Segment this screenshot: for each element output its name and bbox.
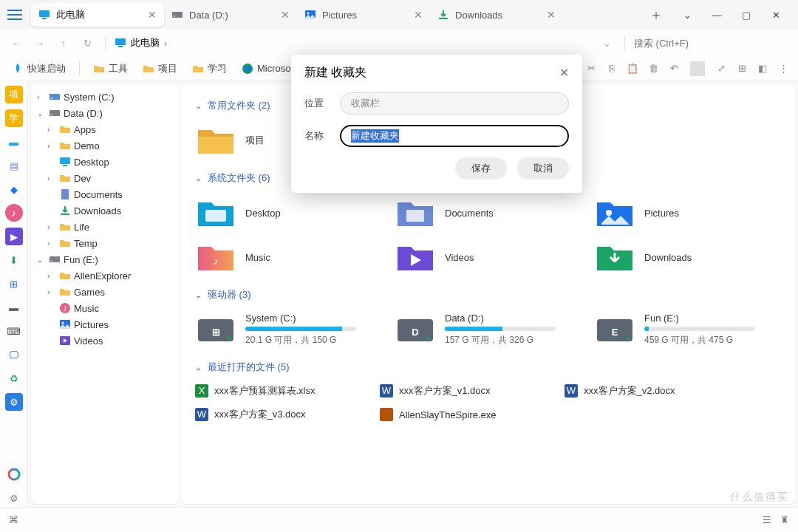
tab-1[interactable]: Data (D:)✕ <box>164 3 297 27</box>
recent-file[interactable]: Xxxx客户预算测算表.xlsx <box>195 384 358 398</box>
bookmark-快速启动[interactable]: 快速启动 <box>7 60 70 78</box>
bookmark-工具[interactable]: 工具 <box>89 60 132 78</box>
refresh-button[interactable]: ↻ <box>78 34 96 52</box>
copy-icon[interactable]: ⎘ <box>604 61 619 76</box>
tree-node[interactable]: ›Apps <box>34 121 176 137</box>
status-icon[interactable]: ⌘ <box>9 514 18 525</box>
expand-toggle[interactable]: › <box>47 223 56 231</box>
tree-node[interactable]: ›Dev <box>34 170 176 186</box>
chevron-down-icon[interactable]: ⌄ <box>677 4 698 25</box>
rail-pictures-icon[interactable]: ◆ <box>5 180 23 198</box>
panel-icon[interactable]: ◧ <box>755 61 770 76</box>
rail-music-icon[interactable]: ♪ <box>5 204 23 222</box>
up-button[interactable]: ↑ <box>55 34 72 52</box>
forward-button[interactable]: → <box>31 34 49 52</box>
name-input[interactable] <box>340 125 569 147</box>
rail-downloads-icon[interactable]: ⬇ <box>5 251 23 269</box>
address-bar[interactable]: 此电脑 › <box>115 36 592 50</box>
tab-close-icon[interactable]: ✕ <box>547 9 556 21</box>
dialog-close-button[interactable]: ✕ <box>559 66 569 80</box>
rail-bar-icon[interactable]: ▬ <box>5 299 23 316</box>
expand-toggle[interactable]: › <box>47 239 56 248</box>
close-button[interactable]: ✕ <box>765 4 786 25</box>
rail-desktop-icon[interactable]: ▬ <box>5 133 23 151</box>
minimize-button[interactable]: — <box>706 4 727 25</box>
folder-tree[interactable]: ›System (C:)⌄Data (D:)›Apps›DemoDesktop›… <box>31 84 179 504</box>
expand-toggle[interactable]: ⌄ <box>37 109 46 117</box>
recent-file[interactable]: AllenSlayTheSpire.exe <box>380 408 542 421</box>
tree-node[interactable]: ›Temp <box>34 235 176 251</box>
rail-study-icon[interactable]: 学 <box>5 109 23 127</box>
drive-tile[interactable]: DData (D:)157 G 可用，共 326 G <box>395 312 572 347</box>
recent-file[interactable]: Wxxx客户方案_v2.docx <box>565 384 727 398</box>
folder-tile[interactable]: ♪Music <box>195 239 372 275</box>
rail-videos-icon[interactable]: ▶ <box>5 228 23 245</box>
maximize-button[interactable]: ▢ <box>736 4 757 25</box>
expand-toggle[interactable]: ⌄ <box>37 256 46 264</box>
tab-0[interactable]: 此电脑✕ <box>31 3 164 27</box>
view-tree-icon[interactable]: ♜ <box>780 514 789 525</box>
recent-file[interactable]: Wxxx客户方案_v3.docx <box>195 408 358 421</box>
expand-icon[interactable]: ⤢ <box>714 61 729 76</box>
cut-icon[interactable]: ✂ <box>584 61 598 76</box>
save-button[interactable]: 保存 <box>455 157 507 180</box>
view-list-icon[interactable]: ☰ <box>763 514 771 525</box>
more-icon[interactable]: ⋮ <box>776 61 791 76</box>
delete-icon[interactable]: 🗑 <box>646 61 661 76</box>
tree-node[interactable]: ⌄Fun (E:) <box>34 251 176 267</box>
cancel-button[interactable]: 取消 <box>517 157 569 180</box>
expand-toggle[interactable]: › <box>47 174 56 183</box>
tab-3[interactable]: Downloads✕ <box>430 3 563 27</box>
folder-tile[interactable]: Desktop <box>195 195 372 231</box>
recent-file[interactable]: Wxxx客户方案_v1.docx <box>380 384 542 398</box>
drive-tile[interactable]: ⊞System (C:)20.1 G 可用，共 150 G <box>195 312 372 347</box>
paste-icon[interactable]: 📋 <box>625 61 640 76</box>
tab-close-icon[interactable]: ✕ <box>414 9 423 21</box>
rail-keyboard-icon[interactable]: ⌨ <box>5 322 23 340</box>
drive-tile[interactable]: EFun (E:)459 G 可用，共 475 G <box>594 312 771 347</box>
bookmark-项目[interactable]: 项目 <box>138 60 182 78</box>
tree-node[interactable]: ♪Music <box>34 300 176 316</box>
tab-close-icon[interactable]: ✕ <box>281 9 290 21</box>
tree-node[interactable]: ›Life <box>34 219 176 235</box>
rail-settings-icon[interactable]: ⚙ <box>5 489 23 507</box>
tab-2[interactable]: Pictures✕ <box>297 3 430 27</box>
tree-node[interactable]: Documents <box>34 186 176 202</box>
search-input[interactable] <box>634 38 782 49</box>
new-tab-button[interactable]: ＋ <box>644 3 668 27</box>
folder-tile[interactable]: Videos <box>395 239 572 275</box>
tree-node[interactable]: ›Games <box>34 284 176 300</box>
section-drives[interactable]: ⌄驱动器 (3) <box>195 288 782 301</box>
bookmark-学习[interactable]: 学习 <box>188 60 231 78</box>
location-input[interactable] <box>340 92 569 115</box>
apps-icon[interactable]: ⊞ <box>734 61 749 76</box>
expand-toggle[interactable]: › <box>37 93 46 101</box>
folder-tile[interactable]: Downloads <box>594 239 771 275</box>
expand-toggle[interactable]: › <box>47 126 56 134</box>
undo-icon[interactable]: ↶ <box>666 61 681 76</box>
rail-monitor-icon[interactable]: 🖵 <box>5 346 23 364</box>
tree-node[interactable]: Pictures <box>34 316 176 332</box>
rail-circle-icon[interactable] <box>5 466 23 483</box>
tree-node[interactable]: ›AllenExplorer <box>34 267 176 284</box>
rail-grid-icon[interactable]: ⊞ <box>5 275 23 293</box>
folder-tile[interactable]: Documents <box>395 195 572 231</box>
expand-toggle[interactable]: › <box>47 142 56 150</box>
tree-node[interactable]: ⌄Data (D:) <box>34 105 176 121</box>
tree-node[interactable]: Videos <box>34 332 176 349</box>
tree-node[interactable]: Downloads <box>34 202 176 219</box>
tree-node[interactable]: ›System (C:) <box>34 89 176 105</box>
tab-close-icon[interactable]: ✕ <box>148 9 157 21</box>
rail-control-icon[interactable]: ⚙ <box>5 393 23 411</box>
rail-favorite-icon[interactable]: 项 <box>5 86 23 103</box>
tree-node[interactable]: Desktop <box>34 154 176 170</box>
expand-toggle[interactable]: › <box>47 272 56 280</box>
rail-documents-icon[interactable]: ▤ <box>5 157 23 174</box>
section-recent[interactable]: ⌄最近打开的文件 (5) <box>195 361 782 374</box>
address-dropdown[interactable]: ⌄ <box>598 34 615 52</box>
folder-tile[interactable]: Pictures <box>594 195 771 231</box>
menu-button[interactable] <box>3 3 27 27</box>
rail-recycle-icon[interactable]: ♻ <box>5 369 23 387</box>
expand-toggle[interactable]: › <box>47 288 56 296</box>
tree-node[interactable]: ›Demo <box>34 137 176 154</box>
